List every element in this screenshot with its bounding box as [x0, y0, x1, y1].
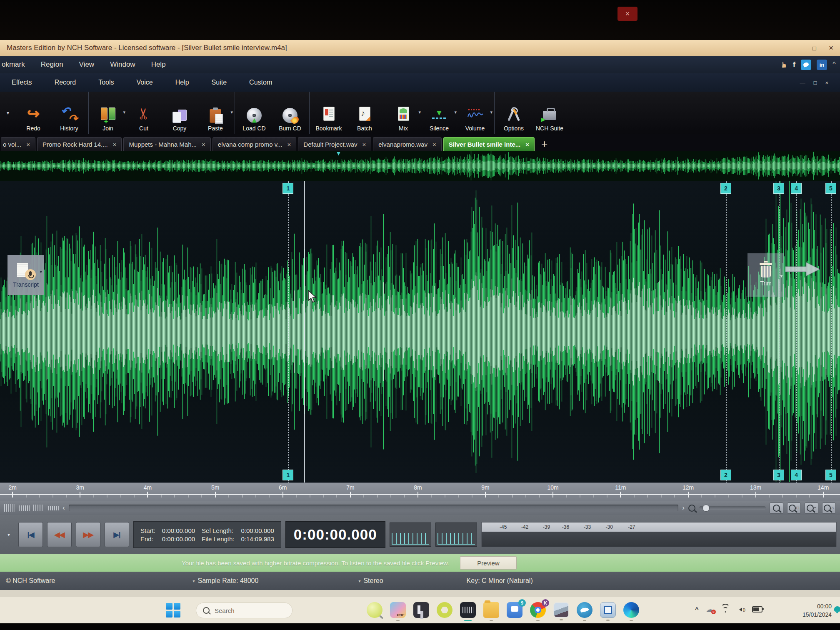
transcript-dropdown-caret[interactable]: ▾: [40, 269, 42, 275]
close-button[interactable]: ×: [829, 43, 833, 52]
onedrive-error-icon[interactable]: ☁: [706, 605, 714, 614]
paste-button[interactable]: Paste ▾: [198, 92, 233, 134]
history-button[interactable]: ↶↷ History: [51, 92, 87, 134]
rewind-button[interactable]: ◀◀: [47, 522, 72, 547]
cut-button[interactable]: ✂ Cut: [126, 92, 162, 134]
doc-minimize-button[interactable]: —: [800, 80, 805, 86]
burn-cd-button[interactable]: Burn CD: [272, 92, 308, 134]
ribbon-tab-effects[interactable]: Effects: [12, 79, 32, 86]
twitter-icon[interactable]: [801, 60, 811, 70]
cue-marker-flag-4[interactable]: 4: [791, 183, 802, 194]
cue-marker-flag-3[interactable]: 3: [773, 470, 784, 480]
taskbar-clock[interactable]: 00:00 15/01/2024: [790, 602, 832, 619]
join-button[interactable]: + Join ▾: [90, 92, 126, 134]
volume-tray-icon[interactable]: [737, 607, 745, 612]
silence-dropdown-caret[interactable]: ▾: [454, 110, 457, 115]
mix-button[interactable]: Mix ▾: [385, 92, 421, 134]
file-tab-3-close-icon[interactable]: ×: [288, 141, 291, 148]
wifi-icon[interactable]: [721, 606, 730, 613]
linkedin-icon[interactable]: in: [817, 60, 827, 70]
zoom-out-button[interactable]: −: [805, 502, 818, 514]
load-cd-button[interactable]: Load CD: [236, 92, 272, 134]
join-dropdown-caret[interactable]: ▾: [123, 110, 125, 115]
nch-suite-button[interactable]: NCH Suite: [532, 92, 568, 134]
file-tab-5-close-icon[interactable]: ×: [432, 141, 436, 148]
taskbar-app-l-icon[interactable]: [413, 602, 429, 618]
preview-button[interactable]: Preview: [460, 556, 517, 570]
notification-bell-icon[interactable]: [834, 606, 840, 612]
volume-dropdown-caret[interactable]: ▾: [490, 110, 492, 115]
toolbar-overflow-caret[interactable]: ▾: [2, 92, 14, 134]
bookmark-button[interactable]: Bookmark: [311, 92, 347, 134]
cue-marker-flag-1[interactable]: 1: [282, 470, 293, 480]
ribbon-tab-custom[interactable]: Custom: [249, 79, 272, 86]
file-tab-4[interactable]: Default Project.wav ×: [298, 137, 371, 151]
start-button[interactable]: [166, 603, 180, 618]
menu-item-view[interactable]: View: [79, 60, 95, 69]
main-waveform-area[interactable]: Transcript ▾ Trim ▾ 1122334455: [0, 181, 840, 482]
taskbar-app-ball-icon[interactable]: [367, 602, 382, 618]
zoom-out-icon[interactable]: [688, 505, 695, 512]
overview-waveform-strip[interactable]: ▼: [0, 151, 840, 181]
doc-close-button[interactable]: ×: [825, 80, 828, 86]
cue-marker-flag-2[interactable]: 2: [720, 183, 731, 194]
menu-item-region[interactable]: Region: [41, 60, 63, 69]
background-window-close-button[interactable]: ×: [618, 7, 638, 21]
taskbar-search[interactable]: Search: [196, 602, 292, 618]
file-tab-3[interactable]: elvana comp promo v... ×: [212, 137, 297, 151]
file-tab-active-close-icon[interactable]: ×: [525, 141, 529, 148]
window-titlebar[interactable]: Masters Edition by NCH Software - Licens…: [0, 40, 840, 56]
taskbar-app-premiere-icon[interactable]: PRE: [390, 602, 406, 618]
options-button[interactable]: Options: [496, 92, 532, 134]
menu-item-help[interactable]: Help: [151, 60, 166, 69]
ribbon-tab-suite[interactable]: Suite: [212, 79, 227, 86]
transcript-button[interactable]: Transcript ▾: [8, 255, 44, 295]
new-tab-button[interactable]: +: [541, 138, 548, 149]
battery-icon[interactable]: [752, 606, 762, 612]
file-explorer-icon[interactable]: [483, 602, 499, 618]
fast-forward-button[interactable]: ▶▶: [76, 522, 100, 547]
file-tab-2[interactable]: Muppets - Mahna Mah... ×: [123, 137, 210, 151]
zoom-selection-button[interactable]: □: [787, 502, 801, 514]
collapse-chevron-icon[interactable]: ^: [832, 60, 836, 69]
file-tab-0[interactable]: o voi... ×: [1, 137, 35, 151]
transport-options-caret[interactable]: ▾: [3, 522, 14, 547]
redo-button[interactable]: ↪ Redo: [15, 92, 51, 134]
ribbon-tab-voice[interactable]: Voice: [137, 79, 153, 86]
overview-waveform-canvas[interactable]: [0, 151, 840, 181]
file-tab-0-close-icon[interactable]: ×: [26, 141, 30, 148]
taskbar-frame-app-icon[interactable]: [600, 602, 616, 618]
go-to-start-button[interactable]: |◀: [18, 522, 43, 547]
horizontal-scrollbar[interactable]: [69, 505, 679, 511]
trim-button[interactable]: Trim ▾: [748, 253, 784, 297]
facebook-icon[interactable]: f: [793, 60, 795, 69]
taskbar-app-ring-icon[interactable]: [437, 602, 452, 618]
sample-rate-selector[interactable]: ▾ Sample Rate: 48000: [192, 577, 258, 585]
ribbon-tab-tools[interactable]: Tools: [98, 79, 114, 86]
taskbar-chat-icon[interactable]: 9: [507, 602, 522, 618]
menu-item-window[interactable]: Window: [110, 60, 135, 69]
main-waveform-canvas[interactable]: [0, 181, 840, 482]
silence-button[interactable]: ▼ Silence ▾: [421, 92, 457, 134]
volume-button[interactable]: Volume ▾: [457, 92, 493, 134]
taskbar-photo-icon[interactable]: [553, 602, 569, 618]
file-tab-1-close-icon[interactable]: ×: [113, 141, 117, 148]
paste-dropdown-caret[interactable]: ▾: [230, 110, 233, 115]
file-tab-4-close-icon[interactable]: ×: [362, 141, 366, 148]
file-tab-active[interactable]: Silver Bullet smile inte... ×: [443, 137, 535, 151]
file-tab-2-close-icon[interactable]: ×: [202, 141, 205, 148]
doc-restore-button[interactable]: □: [814, 80, 817, 86]
scroll-right-chevron[interactable]: ›: [682, 504, 685, 512]
tray-expand-chevron[interactable]: ^: [695, 606, 699, 613]
like-icon[interactable]: ☛: [779, 61, 789, 68]
zoom-slider[interactable]: [699, 506, 766, 510]
mix-dropdown-caret[interactable]: ▾: [418, 110, 421, 115]
cue-marker-flag-1[interactable]: 1: [282, 183, 293, 194]
taskbar-bird-app-icon[interactable]: [577, 602, 592, 618]
zoom-full-button[interactable]: ⌂: [822, 502, 836, 514]
cue-marker-flag-4[interactable]: 4: [791, 470, 802, 480]
scroll-left-chevron[interactable]: ‹: [62, 504, 65, 512]
chrome-icon[interactable]: K: [530, 602, 546, 618]
ribbon-tab-help[interactable]: Help: [175, 79, 189, 86]
file-tab-5[interactable]: elvanapromo.wav ×: [373, 137, 441, 151]
